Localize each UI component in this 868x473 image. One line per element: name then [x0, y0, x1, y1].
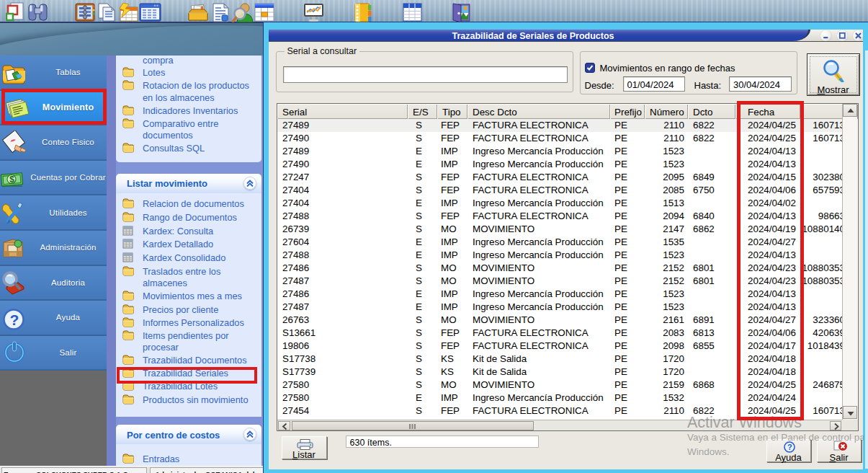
svg-text:?: ?: [10, 311, 19, 328]
svg-text:$: $: [9, 174, 14, 185]
svg-text:?: ?: [787, 443, 792, 451]
